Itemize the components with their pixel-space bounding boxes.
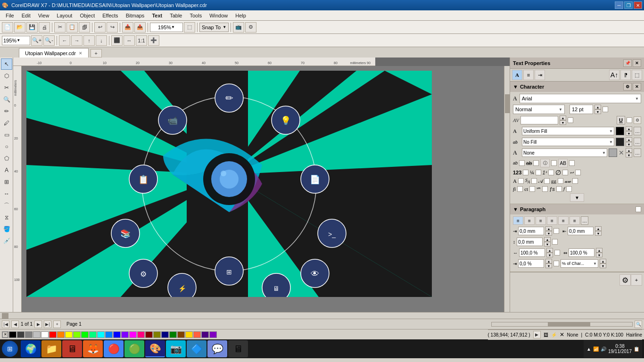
dropcap-prop-icon[interactable]: ⬚: [632, 70, 642, 80]
line-pct-input[interactable]: 100,0 %: [519, 248, 545, 257]
panel-pin-btn[interactable]: 📌: [623, 59, 632, 67]
document-tab[interactable]: Utopian Wallpaper.cdr ✕: [19, 48, 89, 58]
add-page-btn2[interactable]: +: [53, 321, 61, 328]
italic-f-checkbox[interactable]: [566, 186, 572, 192]
color-pink[interactable]: [137, 331, 145, 338]
menu-table[interactable]: Table: [166, 12, 186, 19]
color-gray[interactable]: [25, 331, 33, 338]
zoom-in-btn[interactable]: 🔍+: [31, 35, 42, 46]
slash-checkbox[interactable]: [562, 170, 568, 175]
menu-text[interactable]: Text: [148, 12, 166, 19]
last-page-btn[interactable]: ▶|: [44, 321, 51, 328]
num-checkbox[interactable]: [523, 170, 528, 175]
taskbar-green[interactable]: 🟢: [124, 340, 144, 357]
char-section-close[interactable]: ✕: [633, 83, 641, 90]
color-purple[interactable]: [121, 331, 129, 338]
open-button[interactable]: 📂: [14, 22, 25, 33]
color-white[interactable]: [41, 331, 49, 338]
more-options-btn[interactable]: ▼: [570, 193, 584, 202]
zoom-percent-box[interactable]: 195% ▼: [2, 36, 30, 45]
indent-first-down[interactable]: ▼: [545, 231, 552, 236]
taskbar-firefox[interactable]: 🦊: [83, 340, 103, 357]
dim-tool[interactable]: ↔: [1, 188, 12, 199]
color-blue[interactable]: [113, 331, 121, 338]
color-navy[interactable]: [161, 331, 169, 338]
cut-button[interactable]: ✂: [54, 22, 66, 33]
taskbar-ps[interactable]: 📷: [166, 340, 186, 357]
color-darkgray[interactable]: [17, 331, 25, 338]
color-orange[interactable]: [57, 331, 65, 338]
outline-down[interactable]: ▼: [626, 153, 632, 157]
blend-tool[interactable]: ⧖: [1, 212, 12, 223]
scrollbar-horizontal[interactable]: [0, 312, 644, 319]
color-yellow[interactable]: [65, 331, 73, 338]
outline-more-btn[interactable]: …: [634, 148, 641, 157]
fill-color-up[interactable]: ▲: [626, 126, 632, 131]
no-color-swatch[interactable]: ✕: [2, 331, 8, 338]
view-mode-btn[interactable]: 📺: [233, 22, 244, 33]
cst-up[interactable]: ▲: [600, 259, 606, 263]
panel-settings-btn[interactable]: ⚙: [619, 274, 631, 286]
align-force-btn[interactable]: ≡: [558, 216, 569, 225]
line-pct-checkbox[interactable]: [554, 250, 560, 255]
space-before-checkbox[interactable]: [552, 239, 558, 245]
table-tool[interactable]: ⊞: [1, 176, 12, 188]
kerning-input[interactable]: [520, 116, 558, 124]
nofill-type-dropdown[interactable]: No Fill ▼: [522, 138, 614, 146]
polygon-tool[interactable]: ⬠: [1, 153, 12, 164]
para-checkbox[interactable]: [636, 206, 641, 212]
panel-expand-btn[interactable]: +: [631, 274, 642, 286]
nofill-down[interactable]: ▼: [626, 142, 632, 147]
para-prop-icon[interactable]: ≡: [523, 70, 534, 80]
outline-type-dropdown[interactable]: None ▼: [522, 148, 607, 157]
prev-page-btn[interactable]: ◀: [11, 321, 19, 328]
color-teal[interactable]: [89, 331, 97, 338]
paste-button[interactable]: 🗐: [79, 22, 90, 33]
scrollbar-vertical[interactable]: [504, 66, 510, 312]
ct-checkbox[interactable]: [529, 186, 535, 192]
cst-down[interactable]: ▼: [600, 263, 606, 268]
start-button[interactable]: ⊞: [2, 341, 18, 357]
indent-right-up[interactable]: ▲: [595, 226, 602, 231]
aa-checkbox[interactable]: [518, 178, 524, 184]
character-section-header[interactable]: ▼ Character ⚙ ✕: [510, 82, 644, 92]
restore-button[interactable]: ❐: [624, 1, 633, 9]
color-silver[interactable]: [33, 331, 41, 338]
indent-right-input[interactable]: 0,0 mm: [568, 227, 594, 235]
import-button[interactable]: 📥: [122, 22, 133, 33]
save-button[interactable]: 💾: [26, 22, 38, 33]
crop-tool[interactable]: ✂: [1, 82, 12, 93]
outline-color-box[interactable]: [609, 148, 617, 157]
fs-checkbox[interactable]: [556, 186, 562, 192]
taskbar-discord[interactable]: 💬: [207, 340, 227, 357]
new-button[interactable]: 📄: [2, 22, 13, 33]
taskbar-corel[interactable]: 🎨: [145, 340, 165, 357]
indent-first-checkbox[interactable]: [553, 228, 559, 234]
align-left-btn[interactable]: ≡: [513, 216, 523, 225]
strike-checkbox[interactable]: [533, 160, 539, 166]
menu-object[interactable]: Object: [76, 12, 99, 19]
sub-checkbox[interactable]: [519, 160, 525, 166]
print-button[interactable]: 🖨: [39, 22, 50, 33]
scrollbar-bottom-thumb[interactable]: [548, 322, 590, 326]
taskbar-chrome[interactable]: 🔴: [104, 340, 124, 357]
font-size-box[interactable]: 12 pt: [570, 105, 593, 114]
aw-checkbox[interactable]: [572, 178, 578, 184]
close-button[interactable]: ✕: [634, 1, 642, 9]
next-page-btn[interactable]: ▶: [34, 321, 42, 328]
line-pct2-up[interactable]: ▲: [596, 248, 603, 253]
sa-checkbox[interactable]: [531, 178, 537, 184]
fit-width-btn[interactable]: ↔: [124, 35, 135, 46]
para-more-btn[interactable]: …: [581, 216, 588, 225]
space-before-down[interactable]: ▼: [544, 242, 551, 247]
color-sky[interactable]: [105, 331, 113, 338]
line-pct2-down[interactable]: ▼: [596, 253, 603, 257]
fill-more-btn[interactable]: …: [634, 127, 641, 135]
kerning-checkbox[interactable]: [568, 117, 573, 123]
font-style-dropdown[interactable]: Normal ▼: [513, 105, 565, 114]
underline-checkbox[interactable]: [627, 117, 632, 123]
font-size-down[interactable]: ▼: [594, 109, 601, 114]
fi-checkbox[interactable]: [517, 186, 523, 192]
tray-notif[interactable]: 📋: [634, 346, 639, 352]
redo-button[interactable]: ↪: [107, 22, 118, 33]
